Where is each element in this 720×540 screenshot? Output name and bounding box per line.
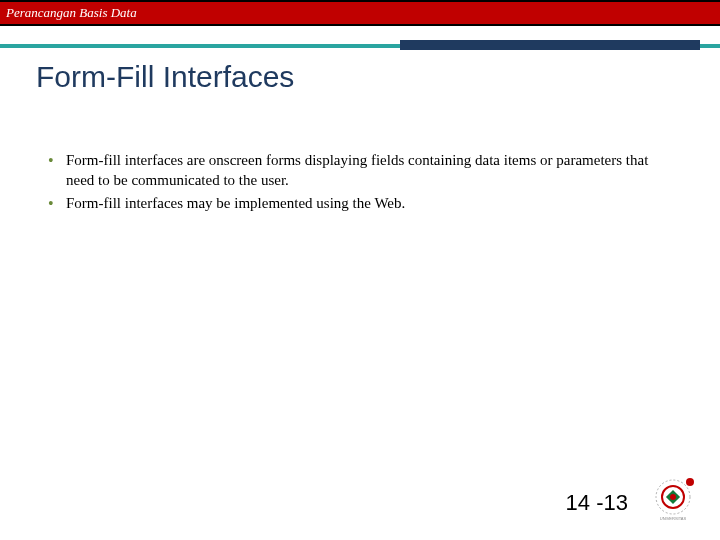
logo-icon: UNIVERSITAS	[644, 468, 702, 526]
slide-content: Form-fill interfaces are onscreen forms …	[44, 150, 676, 215]
accent-line	[0, 40, 720, 52]
svg-text:UNIVERSITAS: UNIVERSITAS	[660, 516, 687, 521]
page-number: 14 -13	[566, 490, 628, 516]
list-item: Form-fill interfaces may be implemented …	[44, 193, 676, 213]
university-logo: UNIVERSITAS	[644, 468, 702, 526]
slide-title: Form-Fill Interfaces	[36, 60, 294, 94]
header-band: Perancangan Basis Data	[0, 0, 720, 26]
course-title: Perancangan Basis Data	[6, 5, 137, 21]
bullet-list: Form-fill interfaces are onscreen forms …	[44, 150, 676, 213]
svg-point-3	[670, 494, 676, 500]
list-item: Form-fill interfaces are onscreen forms …	[44, 150, 676, 191]
svg-point-4	[686, 478, 694, 486]
accent-navy-bar	[400, 40, 700, 50]
